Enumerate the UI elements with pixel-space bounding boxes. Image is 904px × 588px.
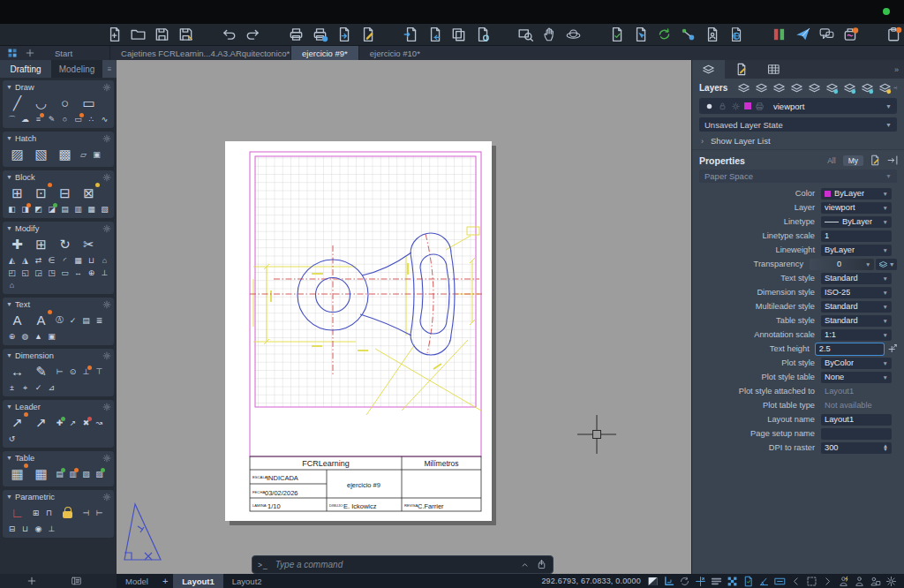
command-share-icon[interactable]	[536, 559, 547, 570]
block-purge-icon[interactable]: ▧	[98, 203, 111, 215]
command-input[interactable]: Type a command	[275, 560, 514, 569]
layer-state-dropdown[interactable]: Unsaved Layer State ▼	[699, 117, 897, 132]
parallel-constraint-icon[interactable]: ⊓	[42, 507, 56, 519]
revision-cloud-icon[interactable]: ☁	[19, 113, 32, 125]
layer-match-icon[interactable]	[807, 81, 822, 94]
spline-icon[interactable]: ∿	[98, 113, 111, 125]
layer-thaw-icon[interactable]	[842, 81, 857, 94]
layer-lock-icon[interactable]	[878, 81, 893, 94]
section-gear-icon[interactable]	[102, 403, 111, 411]
tab-layout1[interactable]: Layout1	[173, 574, 222, 588]
arc-tool-icon[interactable]: ⌒	[5, 113, 19, 125]
print-icon[interactable]	[288, 26, 305, 42]
section-gear-icon[interactable]	[102, 173, 111, 182]
block-export-icon[interactable]: ▥	[72, 203, 85, 215]
tab-drafting[interactable]: Drafting	[0, 60, 51, 78]
horizontal-constraint-icon[interactable]: ⊣	[79, 507, 93, 519]
palette-menu-button[interactable]: ≡	[102, 60, 117, 78]
table-edit-icon[interactable]: ▦	[29, 464, 53, 484]
drawing-tab[interactable]: ejercicio #10*	[358, 46, 431, 60]
select-similar-icon[interactable]	[632, 26, 649, 42]
table-link-icon[interactable]: ▥	[66, 468, 79, 480]
layout-sheet[interactable]: FCRLearning Milímetros ESCALA: INDICADA …	[225, 141, 492, 521]
page-setup-icon[interactable]	[359, 26, 376, 42]
ray-icon[interactable]: ✎	[45, 113, 58, 125]
region-icon[interactable]: ▣	[90, 148, 103, 161]
share-icon[interactable]	[795, 26, 811, 42]
tangent-constraint-icon[interactable]: ⊟	[5, 523, 19, 535]
text-justify-icon[interactable]: ≣	[93, 314, 106, 327]
concentric-constraint-icon[interactable]: ◉	[32, 523, 45, 535]
lock-constraint-icon[interactable]	[56, 502, 79, 523]
show-layer-list-toggle[interactable]: › Show Layer List	[692, 132, 904, 150]
annotation-scale-icon[interactable]	[742, 576, 755, 587]
property-field[interactable]: Layout1 ▼ ▲▼	[821, 414, 892, 426]
new-file-icon[interactable]	[106, 26, 123, 42]
tab-layers[interactable]	[692, 60, 725, 79]
ucs-icon[interactable]	[678, 576, 691, 587]
paper-space-canvas[interactable]: FCRLearning Milímetros ESCALA: INDICADA …	[117, 60, 691, 574]
line-tool-icon[interactable]: ╱	[5, 93, 29, 113]
edit-poly-icon[interactable]: ▭	[58, 267, 72, 279]
explode-tool-icon[interactable]: ⊔	[85, 254, 98, 267]
smooth-constraint-icon[interactable]: ⊔	[19, 523, 32, 535]
text-find-icon[interactable]: ⊕	[5, 330, 19, 343]
layer-plot-icon[interactable]	[755, 102, 765, 111]
drawing-tab[interactable]: ejercicio #9*	[290, 46, 358, 60]
create-block-icon[interactable]: ⊡	[29, 183, 53, 203]
collapse-caret-icon[interactable]: ▼	[6, 84, 12, 90]
linear-dim-icon[interactable]: ↔	[5, 361, 29, 381]
point-icon[interactable]: ∴	[85, 113, 98, 125]
messages-icon[interactable]	[818, 26, 835, 42]
tab-modeling[interactable]: Modeling	[51, 60, 102, 78]
boundary-icon[interactable]: ▭	[72, 113, 85, 125]
baseline-dim-icon[interactable]: ⊤	[93, 366, 106, 378]
property-field[interactable]: Layout1 ▼ ▲▼	[821, 386, 892, 397]
snap-grid-icon[interactable]	[726, 576, 739, 587]
dropdown-caret-icon[interactable]: ▼	[883, 332, 888, 338]
leader-remove-icon[interactable]: ✖	[79, 417, 93, 429]
sync-icon[interactable]	[656, 26, 673, 42]
section-gear-icon[interactable]	[102, 224, 111, 233]
write-block-icon[interactable]: ⊟	[53, 183, 77, 203]
stepper-arrows[interactable]: ▲▼	[883, 444, 888, 451]
command-bar[interactable]: >_ Type a command	[252, 555, 554, 574]
orbit-icon[interactable]	[565, 26, 582, 42]
block-attrib-icon[interactable]: ◨	[19, 203, 32, 215]
state-caret-icon[interactable]: ▼	[885, 122, 892, 128]
property-field[interactable]: Standard ▼ ▲▼	[821, 273, 892, 284]
multileader-icon[interactable]: ↗	[5, 412, 29, 433]
dropdown-caret-icon[interactable]: ▼	[883, 304, 888, 310]
compare-icon[interactable]	[771, 26, 787, 42]
block-tag-icon[interactable]: ⊠	[77, 183, 101, 203]
coincident-constraint-icon[interactable]: ∟	[5, 502, 29, 523]
dropdown-caret-icon[interactable]: ▼	[883, 290, 888, 296]
object-snap-icon[interactable]	[694, 576, 707, 587]
edit-properties-icon[interactable]	[869, 155, 881, 166]
next-viewport-icon[interactable]	[821, 576, 834, 587]
layer-lock-icon[interactable]	[718, 102, 727, 111]
dropdown-caret-icon[interactable]: ▼	[883, 275, 888, 282]
status-settings-icon[interactable]	[885, 576, 898, 587]
leader-edit-icon[interactable]: ↗	[29, 412, 53, 433]
web-publish-icon[interactable]	[727, 26, 744, 42]
table-tool-icon[interactable]: ▦	[5, 464, 29, 484]
property-field[interactable]: 1:1 ▼ ▲▼	[821, 329, 892, 341]
layer-freeze-icon[interactable]	[825, 81, 840, 94]
transparency-extra-control[interactable]: ▼	[876, 259, 897, 270]
plot-preview-icon[interactable]	[335, 26, 352, 42]
standards-check-icon[interactable]	[608, 26, 625, 42]
paper-model-toggle-icon[interactable]	[646, 576, 659, 587]
align-tool-icon[interactable]: ◮	[19, 254, 32, 267]
more-panels-chevron-icon[interactable]: »	[889, 60, 904, 79]
layer-dropdown-caret-icon[interactable]: ▼	[885, 103, 892, 109]
angular-dim-icon[interactable]: ⊿	[45, 381, 58, 394]
leader-collect-icon[interactable]: ↝	[93, 417, 106, 429]
property-field[interactable]: viewport ▼ ▲▼	[821, 202, 892, 214]
link-icon[interactable]	[680, 26, 697, 42]
hatch-tool-icon[interactable]: ▨	[5, 144, 29, 164]
fix-constraint-icon[interactable]: ⊞	[29, 507, 42, 519]
table-export-icon[interactable]: ▤	[53, 468, 66, 480]
rotate-tool-icon[interactable]: ↻	[53, 234, 77, 254]
feedback-icon[interactable]	[842, 26, 859, 42]
